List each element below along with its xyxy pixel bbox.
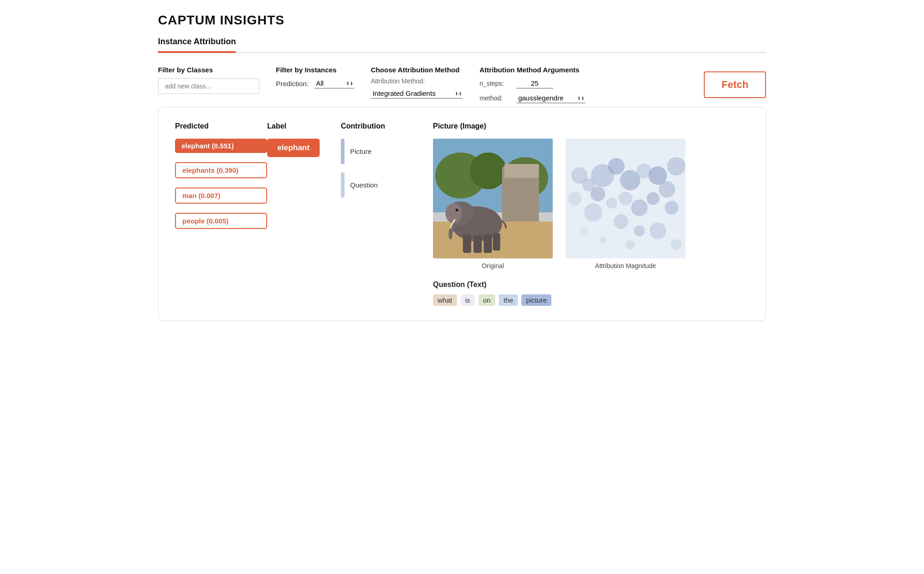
- attribution-method-select-wrapper: Integrated Gradients Saliency DeepLift: [371, 88, 463, 99]
- prediction-label: Prediction:: [276, 80, 309, 88]
- contribution-question: Question: [341, 172, 433, 198]
- prediction-badge-1[interactable]: elephants (0.390): [175, 162, 267, 178]
- svg-point-35: [634, 225, 645, 236]
- image-pair: Original: [433, 139, 749, 269]
- method-select-wrapper: gausslegendre riemann_trapezoid riemann_…: [516, 93, 585, 103]
- svg-point-23: [631, 199, 648, 216]
- svg-point-14: [456, 209, 458, 211]
- method-select[interactable]: gausslegendre riemann_trapezoid riemann_…: [516, 93, 585, 103]
- svg-point-22: [647, 192, 660, 205]
- contribution-header: Contribution: [341, 122, 433, 130]
- original-image-block: Original: [433, 139, 553, 269]
- result-columns: Predicted elephant (0.551) elephants (0.…: [175, 122, 749, 306]
- col-contribution: Contribution Picture Question: [341, 122, 433, 206]
- col-predicted: Predicted elephant (0.551) elephants (0.…: [175, 122, 267, 234]
- contribution-bar-question: [341, 172, 345, 198]
- svg-point-28: [667, 157, 685, 176]
- svg-point-17: [608, 158, 625, 175]
- svg-point-29: [665, 201, 678, 215]
- filter-classes-group: Filter by Classes: [158, 66, 259, 94]
- filter-instances-label: Filter by Instances: [276, 66, 354, 74]
- word-token-0: what: [433, 294, 457, 306]
- svg-point-24: [619, 192, 632, 205]
- question-words: what is on the picture: [433, 294, 749, 306]
- attribution-method-sublabel: Attribution Method:: [371, 77, 463, 85]
- svg-rect-11: [484, 234, 492, 253]
- picture-header: Picture (Image): [433, 122, 749, 130]
- original-caption: Original: [482, 262, 504, 269]
- svg-rect-10: [474, 235, 482, 253]
- svg-point-36: [579, 226, 589, 235]
- filter-classes-input[interactable]: [158, 78, 259, 94]
- word-token-2: on: [479, 294, 496, 306]
- contribution-bar-picture: [341, 139, 345, 164]
- word-token-4: picture: [521, 294, 551, 306]
- question-section: Question (Text) what is on the picture: [433, 281, 749, 306]
- app-container: CAPTUM INSIGHTS Instance Attribution Fil…: [140, 0, 784, 334]
- svg-point-37: [599, 236, 606, 244]
- svg-point-33: [614, 214, 628, 229]
- svg-rect-12: [493, 233, 500, 251]
- prediction-select-wrapper: All Correct Incorrect: [314, 78, 354, 88]
- filter-instances-inline: Prediction: All Correct Incorrect: [276, 78, 354, 88]
- elephant-scene-svg: [433, 139, 553, 258]
- svg-point-2: [470, 152, 507, 189]
- attribution-args-title: Attribution Method Arguments: [480, 66, 585, 74]
- contribution-text-question: Question: [350, 181, 378, 189]
- app-title: CAPTUM INSIGHTS: [158, 13, 766, 28]
- filter-classes-label: Filter by Classes: [158, 66, 259, 74]
- attribution-svg: [566, 139, 685, 258]
- predicted-header: Predicted: [175, 122, 267, 130]
- svg-point-31: [571, 167, 588, 184]
- filter-instances-group: Filter by Instances Prediction: All Corr…: [276, 66, 354, 88]
- svg-point-32: [568, 192, 582, 205]
- method-label: method:: [480, 94, 512, 102]
- n-steps-row: n_steps:: [480, 78, 585, 88]
- fetch-button[interactable]: Fetch: [704, 71, 766, 98]
- original-image: [433, 139, 553, 258]
- prediction-badge-2[interactable]: man (0.007): [175, 187, 267, 204]
- tab-instance-attribution[interactable]: Instance Attribution: [158, 37, 236, 53]
- attribution-caption: Attribution Magnitude: [595, 262, 656, 269]
- attribution-method-label: Choose Attribution Method: [371, 66, 463, 74]
- attribution-image: [566, 139, 685, 258]
- prediction-badge-0[interactable]: elephant (0.551): [175, 139, 267, 153]
- result-card: Predicted elephant (0.551) elephants (0.…: [158, 107, 766, 321]
- prediction-select[interactable]: All Correct Incorrect: [314, 78, 354, 88]
- attribution-args-group: Attribution Method Arguments n_steps: me…: [480, 66, 585, 103]
- svg-point-34: [649, 223, 666, 239]
- predictions-list: elephant (0.551) elephants (0.390) man (…: [175, 139, 267, 234]
- word-token-3: the: [499, 294, 518, 306]
- n-steps-input[interactable]: [516, 78, 553, 88]
- attribution-method-group: Choose Attribution Method Attribution Me…: [371, 66, 463, 99]
- svg-point-38: [626, 240, 635, 249]
- n-steps-label: n_steps:: [480, 80, 512, 87]
- attribution-method-select[interactable]: Integrated Gradients Saliency DeepLift: [371, 88, 463, 99]
- contribution-picture: Picture: [341, 139, 433, 164]
- label-header: Label: [267, 122, 341, 130]
- question-header: Question (Text): [433, 281, 749, 289]
- prediction-badge-3[interactable]: people (0.005): [175, 213, 267, 229]
- contribution-text-picture: Picture: [350, 147, 372, 155]
- svg-rect-5: [504, 164, 539, 178]
- attribution-image-block: Attribution Magnitude: [566, 139, 685, 269]
- svg-rect-9: [463, 234, 471, 253]
- filters-section: Filter by Classes Filter by Instances Pr…: [158, 66, 766, 103]
- svg-point-30: [584, 203, 602, 222]
- method-row: method: gausslegendre riemann_trapezoid …: [480, 93, 585, 103]
- svg-point-21: [659, 181, 675, 198]
- word-token-1: is: [461, 294, 475, 306]
- svg-point-25: [606, 198, 617, 209]
- col-picture: Picture (Image): [433, 122, 749, 306]
- col-label: Label elephant: [267, 122, 341, 157]
- label-badge: elephant: [267, 139, 320, 157]
- svg-point-39: [671, 239, 682, 250]
- tabs-row: Instance Attribution: [158, 37, 766, 53]
